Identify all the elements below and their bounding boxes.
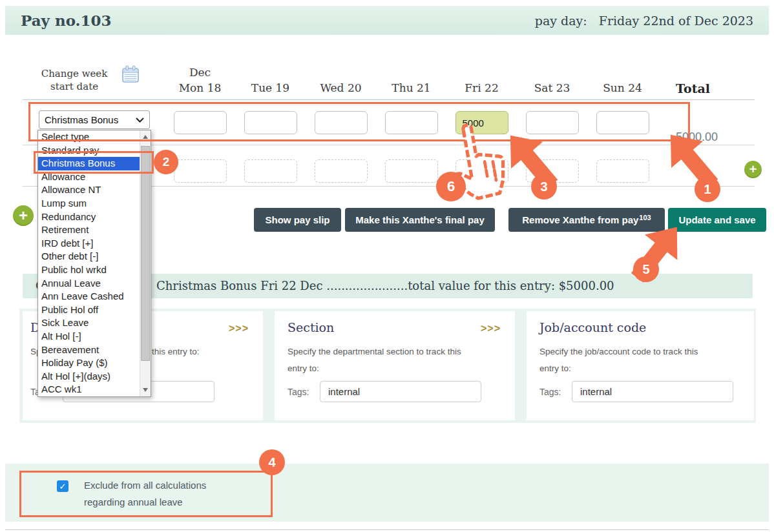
scroll-up-icon[interactable] (140, 132, 151, 142)
empty-amount-cell-mon-18[interactable] (174, 159, 227, 183)
pay-amount-input-wed-20[interactable] (315, 111, 368, 134)
empty-amount-cell-fri-22[interactable] (455, 159, 508, 183)
job-account-card: Job/account code Specify the job/account… (527, 311, 754, 420)
dropdown-option-holiday-pay[interactable]: Holiday Pay ($) (38, 356, 140, 370)
empty-amount-cell-tue-19[interactable] (244, 159, 297, 183)
pay-amount-input-mon-18[interactable] (174, 111, 227, 134)
empty-amount-cell-sat-23[interactable] (526, 159, 579, 183)
section-chevrons-icon[interactable]: >>> (481, 323, 501, 334)
job-account-tags-input[interactable] (572, 381, 733, 402)
change-week-start-date[interactable]: Change week start date (29, 67, 120, 93)
pay-type-selected-value: Christmas Bonus (45, 114, 118, 125)
chevron-down-icon (136, 118, 144, 123)
remove-from-pay-number: 103 (639, 214, 651, 221)
pay-type-options: Select typeStandard payChristmas BonusAl… (38, 130, 140, 396)
department-chevrons-icon[interactable]: >>> (229, 323, 249, 334)
dropdown-option-ird-debt[interactable]: IRD debt [+] (38, 237, 140, 251)
dropdown-option-alt-hol-days[interactable]: Alt Hol [+](days) (38, 370, 140, 384)
add-entry-row-button[interactable]: + (744, 161, 762, 178)
pay-amount-input-thu-21[interactable] (385, 111, 438, 134)
pay-type-select[interactable]: Christmas Bonus (39, 110, 150, 129)
dropdown-option-annual-leave[interactable]: Annual Leave (38, 277, 140, 291)
section-card-title: Section (288, 320, 334, 334)
day-header-tue-19: Tue 19 (235, 56, 306, 98)
dropdown-option-public-hol-wrkd[interactable]: Public hol wrkd (38, 263, 140, 277)
pay-entry-cells (165, 111, 658, 134)
dropdown-option-ann-leave-cashed[interactable]: Ann Leave Cashed (38, 290, 140, 303)
dropdown-option-lump-sum[interactable]: Lump sum (38, 197, 140, 210)
pay-amount-input-sat-23[interactable] (526, 111, 579, 134)
remove-from-pay-label: Remove Xanthe from pay (522, 214, 638, 225)
calendar-icon[interactable] (121, 65, 140, 84)
pay-amount-input-sun-24[interactable] (596, 111, 649, 134)
dropdown-scrollbar[interactable] (140, 130, 151, 396)
pay-type-dropdown-list: Select typeStandard payChristmas BonusAl… (37, 130, 151, 397)
day-header-thu-21: Thu 21 (376, 56, 446, 98)
pay-amount-input-tue-19[interactable] (244, 111, 297, 134)
dropdown-option-bereavement[interactable]: Bereavement (38, 343, 140, 357)
total-column-header: Total (676, 81, 710, 96)
dropdown-option-alt-hol[interactable]: Alt Hol [-] (38, 330, 140, 343)
dropdown-option-select-type[interactable]: Select type (38, 130, 140, 144)
section-tags-label: Tags: (288, 387, 315, 397)
job-account-desc-line1: Specify the job/account code to track th… (539, 343, 698, 360)
page-title: Pay no.103 (21, 12, 112, 29)
job-account-card-title: Job/account code (539, 320, 646, 334)
day-headers: DecMon 18Tue 19Wed 20Thu 21Fri 22Sat 23S… (165, 56, 658, 98)
dropdown-option-acc-wk1[interactable]: ACC wk1 (38, 383, 140, 396)
empty-amount-cell-sun-24[interactable] (596, 159, 649, 183)
pay-header-bar: Pay no.103 pay day: Friday 22nd of Dec 2… (5, 6, 769, 35)
department-desc-end: this entry to: (152, 343, 200, 360)
day-header-fri-22: Fri 22 (446, 56, 517, 98)
section-card: Section >>> Specify the departmental sec… (275, 311, 515, 420)
change-week-line1: Change week (29, 67, 120, 80)
day-header-wed-20: Wed 20 (306, 56, 376, 98)
pay-day-value: Friday 22nd of Dec 2023 (599, 14, 753, 28)
final-pay-button[interactable]: Make this Xanthe's final pay (345, 208, 495, 232)
dropdown-option-christmas-bonus[interactable]: Christmas Bonus (38, 157, 140, 170)
dropdown-option-sick-leave[interactable]: Sick Leave (38, 316, 140, 330)
section-desc-line1: Specify the departmental section to trac… (288, 343, 461, 360)
page-bottom-divider (5, 529, 769, 530)
empty-entry-cells (165, 159, 658, 183)
exclude-panel: ✓ Exclude from all calculations regardin… (5, 464, 769, 522)
dropdown-option-other-debt[interactable]: Other debt [-] (38, 250, 140, 263)
divider-top (23, 99, 755, 100)
dropdown-option-allowance-nt[interactable]: Allowance NT (38, 183, 140, 197)
update-and-save-button[interactable]: Update and save (668, 208, 766, 232)
pay-day: pay day: Friday 22nd of Dec 2023 (535, 14, 753, 28)
row-total-value: 5000.00 (676, 130, 718, 144)
scrollbar-thumb[interactable] (141, 146, 150, 361)
add-employee-button[interactable]: + (13, 205, 34, 226)
pay-day-label: pay day: (535, 14, 587, 28)
exclude-annual-leave-checkbox[interactable]: ✓ (57, 480, 68, 492)
exclude-label-line1: Exclude from all calculations (84, 480, 206, 491)
scroll-down-icon[interactable] (140, 385, 151, 395)
job-account-tags-label: Tags: (539, 387, 567, 397)
change-week-line2: start date (29, 80, 120, 93)
dropdown-option-retirement[interactable]: Retirement (38, 223, 140, 237)
job-account-desc-line2: entry to: (539, 360, 698, 377)
entry-summary-text: Christmas Bonus Fri 22 Dec .............… (156, 279, 614, 292)
dropdown-option-allowance[interactable]: Allowance (38, 170, 140, 184)
pay-amount-input-fri-22[interactable] (455, 111, 508, 134)
section-tags-input[interactable] (320, 381, 481, 402)
remove-from-pay-button[interactable]: Remove Xanthe from pay103 (508, 208, 665, 232)
empty-amount-cell-wed-20[interactable] (315, 159, 368, 183)
show-pay-slip-button[interactable]: Show pay slip (254, 208, 341, 232)
dropdown-option-redundancy[interactable]: Redundancy (38, 210, 140, 224)
day-header-mon-18: DecMon 18 (165, 56, 235, 98)
exclude-label-line2: regarding annual leave (84, 496, 183, 507)
day-header-sun-24: Sun 24 (587, 56, 658, 98)
section-desc-line2: entry to: (288, 360, 461, 377)
payrun-page: Pay no.103 pay day: Friday 22nd of Dec 2… (0, 0, 774, 532)
dropdown-option-standard-pay[interactable]: Standard pay (38, 144, 140, 158)
empty-amount-cell-thu-21[interactable] (385, 159, 438, 183)
day-header-sat-23: Sat 23 (517, 56, 587, 98)
week-header-row: Change week start date DecMon 18Tue 19We… (23, 56, 756, 98)
dropdown-option-public-hol-off[interactable]: Public Hol off (38, 303, 140, 317)
